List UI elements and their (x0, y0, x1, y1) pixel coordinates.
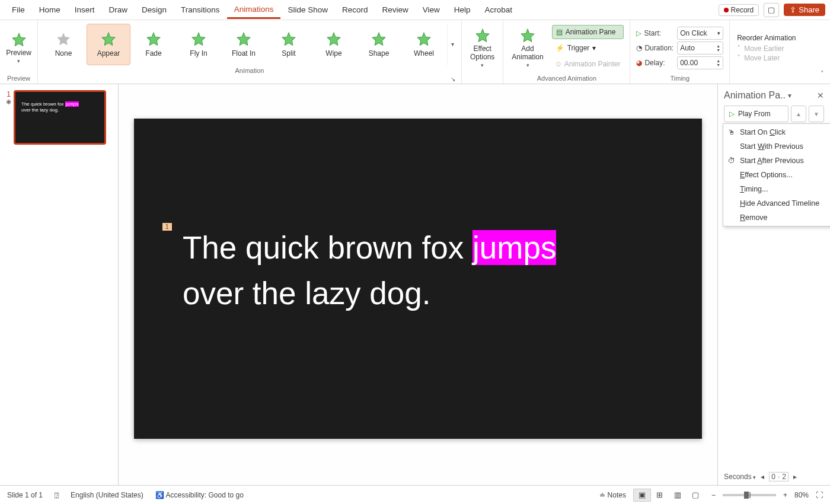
animation-pane-icon: ▤ (556, 28, 563, 36)
zoom-level[interactable]: 80% (794, 491, 809, 499)
menu-timing[interactable]: Timing... (723, 182, 830, 196)
close-pane-button[interactable]: ✕ (817, 91, 824, 100)
tab-design[interactable]: Design (135, 2, 174, 18)
ribbon-collapse-button[interactable]: ˅ (821, 70, 824, 78)
present-mode-button[interactable]: ▢ (764, 3, 779, 17)
workspace: 1✱ The quick brown fox jumpsover the laz… (0, 84, 830, 485)
move-later-button[interactable]: ˅Move Later (737, 54, 796, 62)
start-play-icon: ▷ (636, 29, 641, 37)
zoom-in-button[interactable]: + (783, 491, 787, 499)
timeline-next-button[interactable]: ▸ (793, 473, 797, 481)
menu-start-on-click[interactable]: 🖱Start On Click (723, 125, 830, 139)
slide-thumbnail-1[interactable]: The quick brown fox jumpsover the lazy d… (14, 90, 106, 145)
tab-slideshow[interactable]: Slide Show (280, 2, 335, 18)
star-icon (416, 31, 432, 47)
move-later-label: Move Later (744, 54, 780, 62)
animation-label: None (55, 49, 72, 58)
animation-fly-in[interactable]: Fly In (177, 24, 221, 65)
menu-hide-advanced-timeline[interactable]: Hide Advanced Timeline (723, 196, 830, 210)
move-down-button[interactable]: ▼ (809, 106, 824, 122)
duration-label: Duration: (644, 44, 673, 52)
menu-effect-options[interactable]: Effect Options... (723, 168, 830, 182)
animation-pane-button[interactable]: ▤Animation Pane (552, 25, 624, 39)
spinner-icon[interactable]: ▲▼ (716, 59, 720, 67)
content-placeholder[interactable]: The quick brown fox jumpsover the lazy d… (183, 225, 653, 317)
animation-painter-label: Animation Painter (564, 60, 621, 68)
reading-view-button[interactable]: ▥ (669, 489, 687, 502)
slide-thumbnails: 1✱ The quick brown fox jumpsover the laz… (0, 84, 119, 485)
chevron-down-icon[interactable]: ▼ (787, 92, 793, 99)
ribbon: Preview ▾ Preview NoneAppearFadeFly InFl… (0, 20, 830, 84)
slide[interactable]: 1 The quick brown fox jumpsover the lazy… (134, 119, 702, 439)
normal-view-button[interactable]: ▣ (633, 489, 651, 502)
dialog-launcher-icon[interactable]: ↘ (451, 76, 455, 82)
animation-fade[interactable]: Fade (132, 24, 175, 65)
animation-split[interactable]: Split (267, 24, 311, 65)
menu-item-icon: 🖱 (727, 128, 736, 136)
tab-acrobat[interactable]: Acrobat (478, 2, 520, 18)
animation-appear[interactable]: Appear (87, 24, 130, 65)
share-button[interactable]: ⇪Share (784, 4, 825, 16)
menu-remove[interactable]: Remove (723, 210, 830, 225)
delay-label: Delay: (644, 59, 665, 67)
delay-input[interactable]: 00.00▲▼ (677, 56, 723, 69)
animation-wheel[interactable]: Wheel (402, 24, 446, 65)
tab-help[interactable]: Help (447, 2, 478, 18)
animation-order-badge[interactable]: 1 (162, 223, 172, 231)
preview-icon (11, 32, 27, 47)
animation-none[interactable]: None (42, 24, 85, 65)
animation-label: Float In (232, 49, 256, 58)
zoom-out-button[interactable]: − (711, 491, 716, 499)
trigger-button[interactable]: ⚡Trigger▾ (552, 41, 624, 55)
add-animation-button[interactable]: Add Animation ▾ (507, 27, 548, 69)
language-status[interactable]: English (United States) (71, 491, 143, 499)
start-select[interactable]: On Click▾ (677, 27, 723, 40)
chevron-up-icon: ˄ (737, 44, 740, 53)
menu-item-label: Effect Options... (740, 171, 793, 179)
accessibility-status[interactable]: ♿ Accessibility: Good to go (155, 491, 244, 499)
tab-review[interactable]: Review (375, 2, 416, 18)
seconds-dropdown[interactable]: Seconds ▾ (724, 473, 756, 481)
zoom-slider[interactable] (723, 494, 776, 496)
gallery-more-button[interactable]: ▾ (447, 24, 458, 65)
fit-to-window-button[interactable]: ⛶ (816, 491, 823, 499)
menu-start-after-previous[interactable]: ⏱Start After Previous (723, 154, 830, 168)
spinner-icon[interactable]: ▲▼ (716, 44, 720, 52)
tab-home[interactable]: Home (32, 2, 68, 18)
tab-insert[interactable]: Insert (68, 2, 102, 18)
add-animation-icon (520, 28, 535, 43)
animation-painter-button[interactable]: ✩Animation Painter (552, 57, 624, 71)
effect-options-button[interactable]: Effect Options ▾ (465, 27, 499, 69)
animation-pane-title: Animation Pa.. (724, 90, 786, 101)
move-up-button[interactable]: ▲ (791, 106, 806, 122)
animation-wipe[interactable]: Wipe (312, 24, 356, 65)
delay-icon: ◕ (636, 59, 642, 67)
tab-file[interactable]: File (5, 2, 32, 18)
play-from-button[interactable]: ▷Play From (724, 106, 788, 122)
move-earlier-button[interactable]: ˄Move Earlier (737, 44, 796, 53)
menu-item-label: Start After Previous (740, 157, 804, 165)
slideshow-view-button[interactable]: ▢ (687, 489, 704, 502)
animation-float-in[interactable]: Float In (222, 24, 266, 65)
timeline-prev-button[interactable]: ◂ (761, 473, 764, 481)
animation-pane-label: Animation Pane (566, 28, 616, 36)
trigger-icon: ⚡ (556, 44, 564, 52)
sorter-view-button[interactable]: ⊞ (651, 489, 669, 502)
star-icon (146, 31, 161, 47)
tab-animations[interactable]: Animations (227, 1, 281, 19)
tab-record[interactable]: Record (335, 2, 375, 18)
slide-canvas[interactable]: 1 The quick brown fox jumpsover the lazy… (119, 84, 717, 485)
animation-label: Fade (145, 49, 161, 58)
preview-button[interactable]: Preview ▾ (1, 31, 36, 65)
record-button[interactable]: Record (719, 4, 759, 16)
notes-button[interactable]: ≐ Notes (599, 491, 626, 499)
tab-view[interactable]: View (416, 2, 447, 18)
animation-shape[interactable]: Shape (357, 24, 401, 65)
chevron-down-icon: ˅ (737, 54, 740, 62)
menu-start-with-previous[interactable]: Start With Previous (723, 139, 830, 154)
spellcheck-icon[interactable]: ⍰ (55, 491, 59, 499)
tab-draw[interactable]: Draw (102, 2, 135, 18)
reorder-title: Reorder Animation (737, 34, 796, 42)
tab-transitions[interactable]: Transitions (174, 2, 227, 18)
duration-input[interactable]: Auto▲▼ (677, 42, 723, 55)
